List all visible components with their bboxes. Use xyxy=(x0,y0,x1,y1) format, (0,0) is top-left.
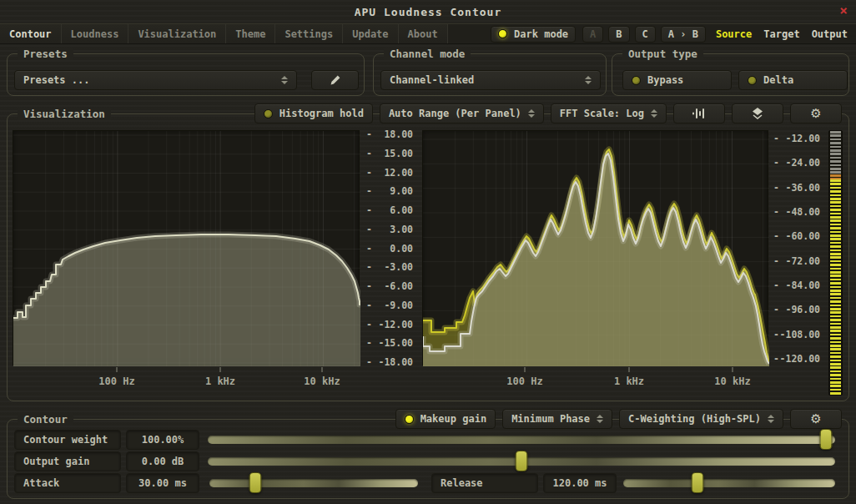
freq-tick xyxy=(629,367,630,372)
bypass-toggle[interactable]: Bypass xyxy=(622,70,732,90)
tab-bar-right: Dark mode ABCA › B SourceTargetOutput xyxy=(491,24,856,43)
contour-plot[interactable] xyxy=(13,130,360,365)
compare-button-a[interactable]: A xyxy=(582,26,603,43)
db-tick-label: -84.00 xyxy=(785,280,820,291)
contour-weight-slider[interactable] xyxy=(208,436,835,444)
chevron-up-down-icon xyxy=(768,415,774,423)
db-tick-label: -72.00 xyxy=(785,255,820,267)
freq-tick xyxy=(220,367,221,372)
presets-select[interactable]: Presets ... xyxy=(14,70,297,90)
freq-tick xyxy=(733,367,733,372)
compare-button-a-b[interactable]: A › B xyxy=(661,26,706,43)
viz-settings-button[interactable]: ⚙ xyxy=(790,103,842,123)
routing-link-source[interactable]: Source xyxy=(716,28,752,40)
db-tick-label: -9.00 xyxy=(384,300,413,311)
tab-theme[interactable]: Theme xyxy=(226,24,275,43)
contour-settings-button[interactable]: ⚙ xyxy=(790,409,842,429)
slider-thumb[interactable] xyxy=(249,472,262,493)
tick-dash: - xyxy=(366,224,372,235)
compare-button-b[interactable]: B xyxy=(608,26,629,43)
dark-mode-toggle[interactable]: Dark mode xyxy=(491,26,576,43)
tick-dash: - xyxy=(366,356,372,368)
contour-header: Makeup gain Minimum Phase C-Weighting (H… xyxy=(395,409,842,429)
db-tick-row: -3.00 xyxy=(361,224,416,235)
release-slider[interactable] xyxy=(623,479,835,487)
tick-dash: - xyxy=(366,185,372,197)
release-label[interactable]: Release xyxy=(431,473,538,493)
output-gain-value[interactable]: 0.00 dB xyxy=(126,451,199,471)
tab-contour[interactable]: Contour xyxy=(0,24,62,43)
attack-value[interactable]: 30.00 ms xyxy=(126,473,199,493)
contour-filter-fill xyxy=(13,234,360,366)
tab-about[interactable]: About xyxy=(399,24,448,43)
release-value[interactable]: 120.00 ms xyxy=(543,473,617,493)
freq-label: 1 kHz xyxy=(614,375,644,387)
phase-select[interactable]: Minimum Phase xyxy=(502,409,612,429)
db-tick-row: --3.00 xyxy=(361,261,416,273)
phase-select-value: Minimum Phase xyxy=(511,413,590,425)
tab-settings[interactable]: Settings xyxy=(275,24,343,43)
close-icon[interactable]: × xyxy=(839,4,848,18)
db-tick-row: --108.00 xyxy=(768,329,823,340)
db-tick-label: -15.00 xyxy=(378,337,413,349)
tick-dash: - xyxy=(773,133,779,144)
tab-update[interactable]: Update xyxy=(343,24,398,43)
tab-loudness[interactable]: Loudness xyxy=(62,24,129,43)
tab-visualization[interactable]: Visualization xyxy=(128,24,226,43)
freq-tick xyxy=(322,367,323,372)
plugin-window: APU Loudness Contour × ContourLoudnessVi… xyxy=(0,0,856,504)
chevron-up-down-icon xyxy=(651,109,657,118)
db-tick-label: 15.00 xyxy=(384,148,413,159)
dark-mode-label: Dark mode xyxy=(514,28,568,40)
db-tick-row: -6.00 xyxy=(361,204,416,216)
attack-slider[interactable] xyxy=(209,479,418,487)
slider-thumb[interactable] xyxy=(516,451,528,471)
tick-dash: - xyxy=(366,148,372,159)
attack-label[interactable]: Attack xyxy=(14,473,121,493)
db-tick-label: -36.00 xyxy=(785,182,820,194)
fft-scale-select[interactable]: FFT Scale: Log xyxy=(551,103,667,123)
weighting-select[interactable]: C-Weighting (High-SPL) xyxy=(619,409,783,429)
makeup-gain-toggle[interactable]: Makeup gain xyxy=(395,409,496,429)
contour-legend: Contour xyxy=(18,413,73,426)
auto-range-select[interactable]: Auto Range (Per Panel) xyxy=(380,103,544,123)
db-tick-row: --60.00 xyxy=(768,230,823,242)
contour-weight-label[interactable]: Contour weight xyxy=(14,430,121,450)
channel-mode-select[interactable]: Channel-linked xyxy=(380,70,601,90)
contour-weight-value[interactable]: 100.00% xyxy=(126,430,199,450)
gain-axis: -18.00-15.00-12.00-9.00-6.00-3.00-0.00--… xyxy=(361,130,416,365)
led-icon xyxy=(748,76,757,85)
presets-group: Presets Presets ... xyxy=(7,53,365,96)
meter-segment xyxy=(830,179,841,395)
preset-edit-button[interactable] xyxy=(311,70,359,90)
freq-label: 1 kHz xyxy=(205,375,235,387)
db-tick-label: -48.00 xyxy=(785,206,820,218)
histogram-hold-label: Histogram hold xyxy=(279,108,364,119)
layers-button[interactable] xyxy=(732,103,783,123)
tick-dash: - xyxy=(366,337,372,349)
routing-link-target[interactable]: Target xyxy=(763,28,799,40)
compare-button-c[interactable]: C xyxy=(635,26,656,43)
freq-tick xyxy=(117,367,118,372)
db-tick-label: -3.00 xyxy=(384,261,413,273)
db-tick-label: -108.00 xyxy=(780,329,820,340)
output-gain-slider[interactable] xyxy=(208,457,835,466)
routing-links: SourceTargetOutput xyxy=(716,28,848,40)
spectrum-style-button[interactable] xyxy=(673,103,725,123)
led-icon xyxy=(405,415,414,424)
spectrum-plot[interactable] xyxy=(422,130,768,365)
routing-link-output[interactable]: Output xyxy=(812,28,848,40)
db-tick-label: -12.00 xyxy=(785,133,820,144)
histogram-hold-toggle[interactable]: Histogram hold xyxy=(254,103,373,123)
slider-thumb[interactable] xyxy=(691,472,703,493)
visualization-header: Histogram hold Auto Range (Per Panel) FF… xyxy=(254,103,842,123)
db-tick-label: 12.00 xyxy=(384,167,413,179)
level-axis: --12.00--24.00--36.00--48.00--60.00--72.… xyxy=(768,130,823,365)
auto-range-value: Auto Range (Per Panel) xyxy=(389,108,521,119)
makeup-gain-label: Makeup gain xyxy=(420,413,486,425)
db-tick-row: --120.00 xyxy=(768,353,823,365)
delta-toggle[interactable]: Delta xyxy=(738,70,848,90)
slider-thumb[interactable] xyxy=(819,429,832,450)
db-tick-row: --12.00 xyxy=(768,133,823,144)
output-gain-label[interactable]: Output gain xyxy=(14,451,121,471)
